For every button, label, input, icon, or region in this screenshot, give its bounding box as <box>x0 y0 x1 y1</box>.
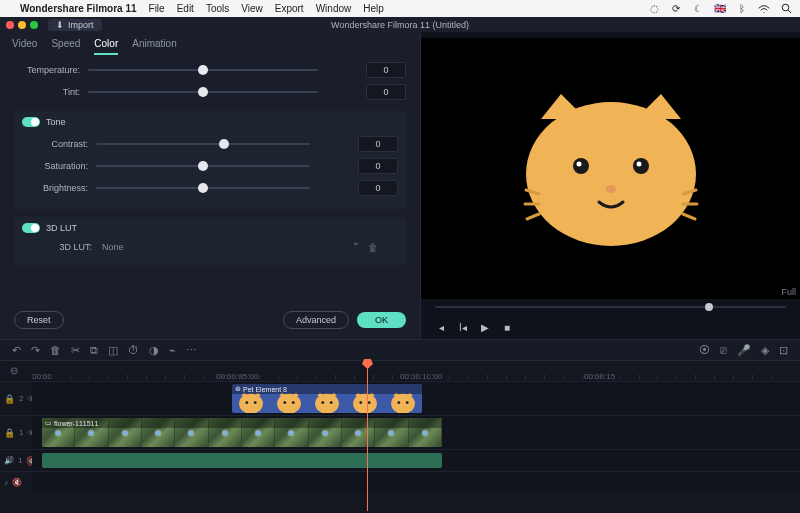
advanced-button[interactable]: Advanced <box>283 311 349 329</box>
download-icon: ⬇ <box>56 20 64 30</box>
cut-icon[interactable]: ✂ <box>71 344 80 357</box>
temperature-label: Temperature: <box>14 65 80 75</box>
contrast-slider[interactable] <box>96 143 310 145</box>
mic-icon[interactable]: 🎤 <box>737 344 751 357</box>
moon-icon[interactable]: ☾ <box>692 3 704 15</box>
fx-icon: ⊛ <box>235 385 241 393</box>
tag-icon[interactable]: ⌁ <box>169 344 176 357</box>
speed-icon[interactable]: ⏱ <box>128 344 139 356</box>
svg-point-20 <box>391 393 415 413</box>
search-icon[interactable] <box>780 3 792 15</box>
play-button[interactable]: ▶ <box>479 321 491 333</box>
step-back-button[interactable]: I◂ <box>457 321 469 333</box>
preview-scrubber[interactable] <box>421 299 800 315</box>
timeline-toolbar: ↶ ↷ 🗑 ✂ ⧉ ◫ ⏱ ◑ ⌁ ⋯ ⦿ ⎚ 🎤 ◈ ⊡ <box>0 339 800 361</box>
import-label: Import <box>68 20 94 30</box>
stop-button[interactable]: ■ <box>501 321 513 333</box>
tint-slider[interactable] <box>88 91 318 93</box>
clip-pet-element[interactable]: ⊛Pet Element 8 <box>232 384 422 413</box>
maximize-window-button[interactable] <box>30 21 38 29</box>
svg-point-11 <box>277 393 301 413</box>
mute-icon[interactable]: 🔇 <box>12 478 22 487</box>
menu-window[interactable]: Window <box>316 3 352 14</box>
inspector-panel: Video Speed Color Animation Temperature:… <box>0 32 420 339</box>
menu-help[interactable]: Help <box>363 3 384 14</box>
wifi-icon[interactable] <box>758 3 770 15</box>
svg-point-10 <box>254 401 257 404</box>
reset-button[interactable]: Reset <box>14 311 64 329</box>
transport-controls: ◂ I◂ ▶ ■ <box>421 315 800 339</box>
panel-footer: Reset Advanced OK <box>0 305 420 339</box>
lut-toggle[interactable] <box>22 223 40 233</box>
minimize-window-button[interactable] <box>18 21 26 29</box>
clip-element-name: Pet Element 8 <box>243 386 287 393</box>
speaker-icon[interactable]: 🔊 <box>4 456 14 465</box>
traffic-lights <box>6 21 38 29</box>
svg-point-7 <box>606 185 616 193</box>
music-icon[interactable]: ♪ <box>4 478 8 487</box>
app-name[interactable]: Wondershare Filmora 11 <box>20 3 137 14</box>
playhead[interactable] <box>367 361 368 511</box>
svg-point-21 <box>397 401 400 404</box>
undo-icon[interactable]: ↶ <box>12 344 21 357</box>
menu-file[interactable]: File <box>149 3 165 14</box>
tone-section: Tone Contrast: 0 Saturation: 0 Brightnes… <box>14 111 406 209</box>
preview-viewport: Full <box>421 38 800 299</box>
tone-header: Tone <box>46 117 66 127</box>
preview-content <box>511 84 711 254</box>
redo-icon[interactable]: ↷ <box>31 344 40 357</box>
tone-toggle[interactable] <box>22 117 40 127</box>
menu-tools[interactable]: Tools <box>206 3 229 14</box>
crop-icon[interactable]: ◫ <box>108 344 118 357</box>
saturation-slider[interactable] <box>96 165 310 167</box>
sync-icon[interactable]: ⟳ <box>670 3 682 15</box>
svg-line-1 <box>788 10 791 13</box>
brightness-slider[interactable] <box>96 187 310 189</box>
lock-icon[interactable]: 🔒 <box>4 394 15 404</box>
import-button[interactable]: ⬇ Import <box>48 19 102 31</box>
tint-value[interactable]: 0 <box>366 84 406 100</box>
copy-icon[interactable]: ⧉ <box>90 344 98 357</box>
cloud-icon[interactable]: ◌ <box>648 3 660 15</box>
temperature-slider[interactable] <box>88 69 318 71</box>
svg-point-6 <box>636 161 641 166</box>
tab-color[interactable]: Color <box>94 38 118 55</box>
lut-select[interactable]: None <box>100 239 360 255</box>
prev-frame-button[interactable]: ◂ <box>435 321 447 333</box>
mixer-icon[interactable]: ⎚ <box>720 344 727 357</box>
close-window-button[interactable] <box>6 21 14 29</box>
color-icon[interactable]: ◑ <box>149 344 159 357</box>
tab-animation[interactable]: Animation <box>132 38 176 55</box>
zoom-out-icon[interactable]: ⊖ <box>10 365 18 376</box>
menu-edit[interactable]: Edit <box>177 3 194 14</box>
trash-icon[interactable]: 🗑 <box>368 242 378 253</box>
video-icon: ▭ <box>45 419 52 427</box>
tab-video[interactable]: Video <box>12 38 37 55</box>
saturation-value[interactable]: 0 <box>358 158 398 174</box>
menu-export[interactable]: Export <box>275 3 304 14</box>
brightness-value[interactable]: 0 <box>358 180 398 196</box>
clip-audio[interactable] <box>42 453 442 468</box>
record-icon[interactable]: ⦿ <box>699 344 710 357</box>
delete-icon[interactable]: 🗑 <box>50 344 61 356</box>
clip-video-name: flower-111511 <box>54 420 98 427</box>
svg-point-18 <box>359 401 362 404</box>
track-2: 🔒 2 👁 ⊛Pet Element 8 <box>0 381 800 415</box>
track-1: 🔒 1 👁 ▭flower-111511 <box>0 415 800 449</box>
clip-flower-video[interactable]: ▭flower-111511 <box>42 418 442 447</box>
contrast-value[interactable]: 0 <box>358 136 398 152</box>
temperature-value[interactable]: 0 <box>366 62 406 78</box>
inspector-tabs: Video Speed Color Animation <box>0 32 420 55</box>
timeline-ruler[interactable]: ⊖ 00:00 00:00:05:00 00:00:10:00 00:00:15 <box>0 361 800 381</box>
lock-icon[interactable]: 🔒 <box>4 428 15 438</box>
zoom-fit-icon[interactable]: ⊡ <box>779 344 788 357</box>
lut-section: 3D LUT 3D LUT: None 🗑 <box>14 217 406 265</box>
tab-speed[interactable]: Speed <box>51 38 80 55</box>
saturation-label: Saturation: <box>22 161 88 171</box>
flag-icon[interactable]: 🇬🇧 <box>714 3 726 14</box>
more-icon[interactable]: ⋯ <box>186 344 197 357</box>
marker-icon[interactable]: ◈ <box>761 344 769 357</box>
ok-button[interactable]: OK <box>357 312 406 328</box>
bluetooth-icon[interactable]: ᛒ <box>736 3 748 15</box>
menu-view[interactable]: View <box>241 3 263 14</box>
